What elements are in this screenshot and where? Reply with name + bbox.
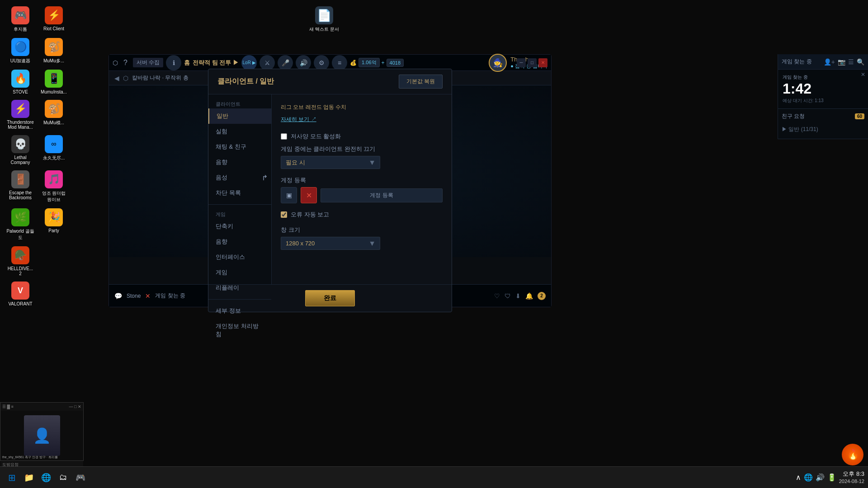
add-friend-icon[interactable]: 👤+ [824,58,835,66]
systray-clock[interactable]: 오후 8:3 2024-08-12 [839,470,864,485]
sidebar-item-game2[interactable]: 게임 [208,265,271,280]
timer-close-btn[interactable]: ✕ [861,71,865,78]
bottom-status-text: Stone [127,293,141,299]
desktop-icon-palworld[interactable]: 🌿 Palworld 골들도 [5,206,36,243]
window-size-dropdown-wrapper: 1280 x 720 ▼ [281,237,380,250]
stream-window: ☰ ▓ ≡ — □ ✕ 👤 the_shy_64561 촉구 안경 방구 · 최… [0,402,84,461]
desktop-icon-mumu[interactable]: 🐒 MuMu多... [38,36,70,66]
sidebar-item-blocked[interactable]: 차단 목록 [208,185,271,201]
breadcrumb-back[interactable]: ◀ [114,75,119,82]
sidebar-item-detail[interactable]: 세부 정보 [208,303,271,319]
sidebar-item-privacy[interactable]: 개인정보 처리방침 [208,319,271,342]
sidebar-item-replay[interactable]: 리플레이 [208,280,271,296]
bottom-heart-icon[interactable]: ♡ [494,292,500,300]
desktop-icon-thunderstore[interactable]: ⚡ Thunderstore Mod Mana... [5,98,36,131]
lol-nav-icon3[interactable]: 🔊 [296,55,311,70]
breadcrumb-icon: ⬡ [123,75,128,82]
lol-nav-icon2[interactable]: 🎤 [278,55,293,70]
systray-volume-icon[interactable]: 🔊 [816,473,825,482]
desktop-icon-mumu2[interactable]: 🐒 MuMu模... [38,98,70,131]
sidebar-item-general[interactable]: 일반 [208,108,271,124]
bottom-chat-icon[interactable]: 💬 [114,292,122,300]
desktop-icon-lethal[interactable]: 💀 Lethal Company [5,133,36,167]
window-size-section: 창 크기 1280 x 720 ▼ [281,226,443,250]
camera-icon[interactable]: 📷 [838,58,845,66]
error-report-row: 오류 자동 보고 [281,211,443,219]
search-panel-icon[interactable]: 🔍 [857,58,864,66]
bottom-settings-icon[interactable]: 🔔 [525,292,533,300]
friends-header: 친구 요청 60 [782,113,864,120]
desktop-icon-escape[interactable]: 🚪 Escape the Backrooms [5,169,36,205]
confirm-button[interactable]: 완료 [305,290,355,306]
taskbar-explorer-btn[interactable]: 📁 [21,469,37,486]
lol-nav-icon1[interactable]: ⚔ [259,55,275,70]
lol-search-bar[interactable]: 서버 수집 [133,58,163,67]
lol-nav-search[interactable]: ? [121,58,130,68]
lol-nav-icon5[interactable]: ≡ [332,55,347,70]
taskbar-league-btn[interactable]: 🎮 [72,469,89,486]
sidebar-item-interface[interactable]: 인터페이스 [208,249,271,265]
sidebar-item-sound2[interactable]: 음향 [208,234,271,249]
timer-widget: ✕ 게임 찾는 중 1:42 예상 대기 시간: 1:13 [778,70,868,109]
right-panel-header: 게임 찾는 중 👤+ 📷 ☰ 🔍 [778,54,868,70]
keybind-register-button[interactable]: 게정 등록 [321,188,443,202]
desktop-icon-huijitom[interactable]: 🎮 후지톰 [5,5,36,34]
lol-maximize-btn[interactable]: □ [528,58,537,67]
keybind-delete-btn[interactable]: ✕ [301,187,317,203]
lol-avatar[interactable]: 🧙 [489,54,507,72]
lol-nav-strategic[interactable]: 전략적 팀 전투 ▶ [193,59,239,67]
taskbar: ⊞ 📁 🌐 🗂 🎮 ∧ 🌐 🔊 🔋 오후 8:3 2024-08-12 [0,466,868,488]
sidebar-item-chat[interactable]: 채팅 & 친구 [208,139,271,155]
group-label: ▶ 일반 (11/31) [782,124,864,135]
bbq-notification[interactable]: 🔥 [842,444,863,465]
stream-person: 👤 [24,415,60,456]
keybind-label: 게정 등록 [281,176,443,184]
sidebar-item-voice[interactable]: 음성 ↱ [208,170,271,185]
sidebar-item-experiment[interactable]: 실험 [208,124,271,139]
taskbar-explorer2-btn[interactable]: 🗂 [55,469,71,486]
desktop-icon-uu[interactable]: 🔵 UU加速器 [5,36,36,66]
lol-nav-lor[interactable]: LoR ▶ [241,55,257,70]
systray-arrow-icon[interactable]: ∧ [796,473,801,482]
error-report-checkbox[interactable] [281,211,287,218]
lol-nav-icon-info[interactable]: ℹ [166,55,181,70]
checkbox-lowspec[interactable] [281,133,287,140]
desktop-icon-helldiver[interactable]: 🪖 HELLDIVE... 2 [5,244,36,278]
lol-window-controls: ─ □ ✕ [517,58,547,67]
bottom-close-icon[interactable]: ✕ [145,292,151,300]
systray-network-icon[interactable]: 🌐 [804,473,813,482]
desktop-icon-yongjiu[interactable]: ∞ 永久无尽... [38,133,70,167]
sidebar-section-game: 게임 [208,208,271,219]
keybind-row: ▣ ✕ 게정 등록 [281,187,443,203]
keybind-box[interactable]: ▣ [281,187,297,203]
sidebar-item-sound-effect[interactable]: 음향 [208,155,271,170]
taskbar-chrome-btn[interactable]: 🌐 [38,469,54,486]
lol-nav-icon4[interactable]: ⚙ [314,55,329,70]
desktop-icon-valorant[interactable]: V VALORANT [5,280,36,308]
checkbox-lowspec-label: 저사양 모드 활성화 [291,132,341,141]
desktop-icon-mumuinsta[interactable]: 📱 MumuInsta... [38,68,70,96]
window-size-label: 창 크기 [281,226,443,234]
start-button[interactable]: ⊞ [4,469,20,486]
bottom-download-icon[interactable]: ⬇ [515,292,521,300]
close-client-select[interactable]: 필요 시 [281,156,380,169]
lol-rp-amount: 1.06억 [359,58,379,67]
restore-defaults-button[interactable]: 기본값 복원 [399,75,443,89]
lol-close-btn[interactable]: ✕ [538,58,547,67]
desktop-icon-riot[interactable]: ⚡ Riot Client [38,5,70,34]
section-detail-link[interactable]: 자세히 보기 ↗ [281,116,316,122]
bottom-shield-icon[interactable]: 🛡 [505,292,511,300]
lol-minimize-btn[interactable]: ─ [517,58,526,67]
desktop-icon-new-text[interactable]: 📄 새 텍스트 문서 [307,5,341,34]
sidebar-divider-2 [208,299,271,300]
desktop-icon-stove[interactable]: 🔥 STOVE [5,68,36,96]
list-icon[interactable]: ☰ [848,58,854,66]
sidebar-item-shortcuts[interactable]: 단축키 [208,219,271,234]
desktop-icon-wonder[interactable]: 🎵 엉조 원더럽 원이브 [38,169,70,205]
window-size-select[interactable]: 1280 x 720 [281,237,380,250]
systray-battery-icon[interactable]: 🔋 [827,473,836,482]
desktop-icons: 🎮 후지톰 ⚡ Riot Client 🔵 UU加速器 🐒 MuMu多... 🔥… [0,0,74,313]
lol-nav-home[interactable]: 홈 [184,59,190,67]
desktop-icon-party[interactable]: 🎉 Party [38,206,70,243]
explorer-icon: 📁 [24,473,34,483]
